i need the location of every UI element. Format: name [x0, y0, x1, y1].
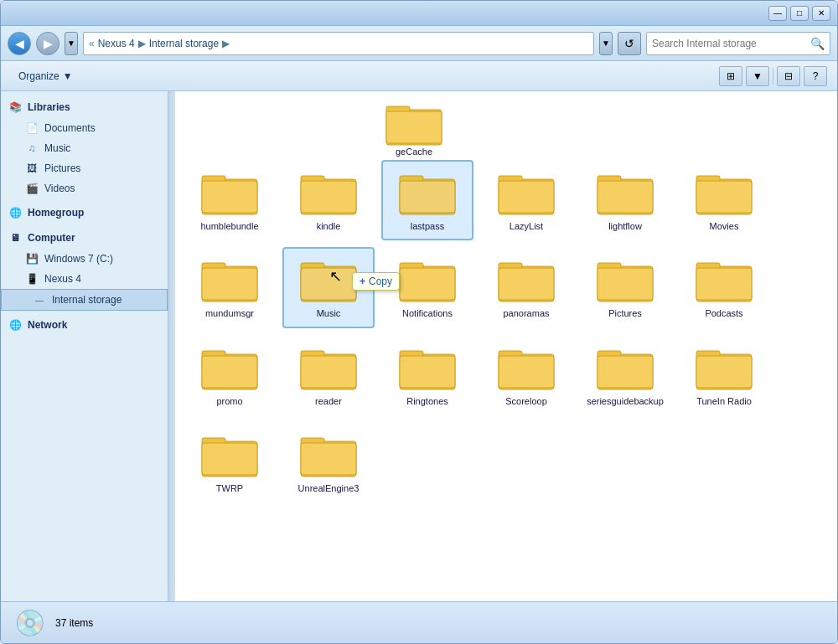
folder-label: lastpass [411, 220, 444, 232]
folder-icon [497, 168, 556, 217]
sidebar-label-documents: Documents [44, 122, 96, 134]
sidebar-item-network[interactable]: 🌐 Network [1, 314, 168, 336]
sidebar-label-computer: Computer [28, 232, 75, 244]
pictures-icon: 🖼 [24, 161, 39, 176]
folder-label: seriesguidebackup [587, 395, 664, 407]
sidebar-item-computer[interactable]: 🖥 Computer [1, 227, 168, 249]
folder-icon [398, 255, 457, 304]
folder-item[interactable]: Pictures [579, 247, 671, 327]
folder-svg [398, 169, 457, 216]
breadcrumb-nexus4[interactable]: Nexus 4 [98, 38, 135, 49]
cursor-icon: ↖ [329, 267, 342, 286]
organize-button[interactable]: Organize ▼ [11, 66, 80, 86]
sidebar-item-documents[interactable]: 📄 Documents [1, 118, 168, 138]
help-button[interactable]: ? [804, 66, 827, 86]
maximize-button[interactable]: □ [790, 6, 809, 21]
history-dropdown[interactable]: ▼ [65, 32, 78, 55]
content-area[interactable]: geCache humblebundle kindle lastpass Laz… [175, 91, 837, 601]
folder-label: Movies [710, 220, 739, 232]
view-dropdown[interactable]: ▼ [746, 66, 769, 86]
toolbar-right: ⊞ ▼ ⊟ ? [719, 66, 827, 86]
folder-item[interactable]: kindle [282, 160, 375, 240]
folder-item[interactable]: LazyList [480, 160, 572, 240]
folder-label: mundumsgr [205, 307, 254, 319]
folder-item[interactable]: Podcasts [678, 247, 770, 327]
folder-svg [299, 431, 358, 478]
status-bar: 💿 37 items [1, 601, 837, 643]
title-bar-buttons: — □ ✕ [768, 6, 830, 21]
sidebar-item-nexus4[interactable]: 📱 Nexus 4 [1, 269, 168, 289]
sidebar-item-music[interactable]: ♫ Music [1, 138, 168, 158]
sidebar-item-internal-storage[interactable]: — Internal storage [1, 289, 168, 311]
folder-icon [299, 343, 358, 392]
folder-icon [200, 255, 259, 304]
svg-rect-29 [400, 268, 455, 300]
sidebar-item-windows7[interactable]: 💾 Windows 7 (C:) [1, 249, 168, 269]
view-toggle-grid[interactable]: ⊞ [719, 66, 742, 86]
sidebar-section-homegroup: 🌐 Homegroup [1, 202, 168, 224]
close-button[interactable]: ✕ [812, 6, 830, 21]
folder-item[interactable]: promo [184, 335, 276, 415]
folder-label: Notifications [402, 307, 453, 319]
folder-item[interactable]: UnrealEngine3 [282, 422, 375, 502]
folder-item[interactable]: ↖+ CopyMusic [282, 247, 375, 327]
minimize-button[interactable]: — [768, 6, 787, 21]
sidebar-label-nexus4: Nexus 4 [44, 273, 81, 285]
folder-item[interactable]: TuneIn Radio [678, 335, 770, 415]
internal-icon: — [32, 292, 47, 307]
organize-arrow: ▼ [63, 70, 73, 82]
folder-item[interactable]: mundumsgr [184, 247, 276, 327]
search-box[interactable]: 🔍 [646, 32, 830, 55]
network-icon: 🌐 [8, 317, 23, 332]
preview-pane-button[interactable]: ⊟ [777, 66, 800, 86]
folder-item[interactable]: humblebundle [184, 160, 276, 240]
folder-icon [200, 168, 259, 217]
folder-item[interactable]: TWRP [184, 422, 276, 502]
folder-svg [299, 344, 358, 391]
item-count: 37 items [55, 617, 93, 629]
refresh-button[interactable]: ↺ [618, 32, 641, 55]
breadcrumb-sep2: ▶ [222, 38, 230, 49]
svg-rect-38 [696, 268, 752, 300]
folder-item[interactable]: panoramas [480, 247, 572, 327]
search-icon[interactable]: 🔍 [810, 37, 825, 50]
svg-rect-5 [202, 181, 257, 213]
folder-svg [200, 431, 259, 478]
address-dropdown[interactable]: ▼ [599, 32, 613, 55]
folder-item[interactable]: seriesguidebackup [579, 335, 671, 415]
forward-button[interactable]: ▶ [36, 32, 59, 55]
folder-svg [497, 169, 556, 216]
folder-item[interactable]: Ringtones [381, 335, 473, 415]
breadcrumb-internal[interactable]: Internal storage [149, 38, 219, 49]
svg-rect-26 [301, 268, 356, 300]
documents-icon: 📄 [24, 121, 39, 136]
folder-icon [200, 430, 259, 479]
partial-label-gecache: geCache [396, 147, 432, 157]
folder-item[interactable]: Scoreloop [480, 335, 572, 415]
sidebar-item-libraries[interactable]: 📚 Libraries [1, 96, 168, 118]
folder-label: TWRP [216, 482, 243, 494]
sidebar-item-homegroup[interactable]: 🌐 Homegroup [1, 202, 168, 224]
folder-icon [596, 168, 654, 217]
sidebar-label-libraries: Libraries [28, 101, 70, 113]
sidebar-resize-handle[interactable] [168, 91, 175, 601]
folder-item[interactable]: lastpass [381, 160, 473, 240]
folder-item[interactable]: reader [282, 335, 375, 415]
folder-label: LazyList [510, 220, 543, 232]
sidebar-item-pictures[interactable]: 🖼 Pictures [1, 158, 168, 178]
breadcrumb-bar[interactable]: « Nexus 4 ▶ Internal storage ▶ [83, 32, 594, 55]
back-button[interactable]: ◀ [8, 32, 31, 55]
sidebar-label-pictures: Pictures [44, 162, 80, 174]
folder-item[interactable]: Movies [678, 160, 770, 240]
folder-item[interactable]: lightflow [579, 160, 671, 240]
svg-rect-35 [597, 268, 653, 300]
svg-rect-47 [400, 356, 455, 388]
sidebar-item-videos[interactable]: 🎬 Videos [1, 178, 168, 198]
toolbar: Organize ▼ ⊞ ▼ ⊟ ? [1, 61, 837, 91]
search-input[interactable] [652, 38, 810, 49]
homegroup-icon: 🌐 [8, 205, 23, 220]
folder-svg [695, 169, 753, 216]
svg-rect-53 [597, 356, 653, 388]
partial-folder-gecache[interactable]: geCache [385, 100, 443, 157]
folder-svg [497, 344, 556, 391]
